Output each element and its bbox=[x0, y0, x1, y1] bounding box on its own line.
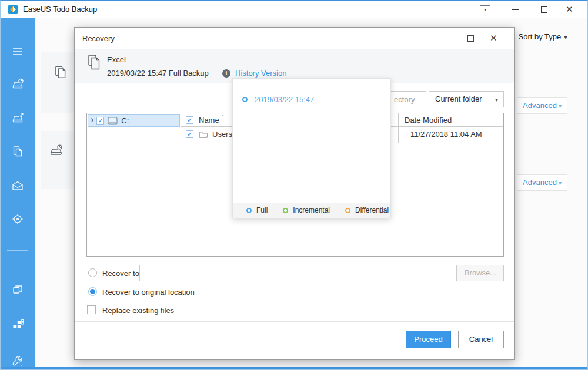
backup-version-text: 2019/03/22 15:47 Full Backup bbox=[107, 69, 209, 78]
date-modified-column-header[interactable]: Date Modified bbox=[405, 116, 452, 125]
disk-backup-icon[interactable] bbox=[11, 77, 25, 91]
recover-to-radio[interactable] bbox=[88, 268, 97, 277]
info-icon: i bbox=[222, 69, 230, 78]
users-row-checkbox[interactable]: ✓ bbox=[186, 130, 193, 138]
tree-node-label: C: bbox=[121, 116, 129, 125]
row-date-cell: 11/27/2018 11:04 AM bbox=[410, 130, 482, 139]
replace-files-label: Replace existing files bbox=[102, 306, 174, 315]
full-backup-dot-icon bbox=[242, 97, 248, 102]
folder-filter-select[interactable]: Current folder ▾ bbox=[429, 91, 504, 107]
name-column-header[interactable]: Name bbox=[199, 116, 219, 125]
proceed-button[interactable]: Proceed bbox=[406, 331, 451, 348]
maximize-icon[interactable] bbox=[541, 6, 547, 13]
settings-wrench-icon[interactable] bbox=[11, 354, 25, 368]
recover-to-label: Recover to bbox=[102, 269, 139, 278]
clone-icon[interactable] bbox=[11, 282, 25, 297]
row-name-cell: Users bbox=[212, 130, 232, 139]
sort-by-type-button[interactable]: ↑Sort by Type▾ bbox=[511, 30, 567, 44]
chevron-down-icon: ▾ bbox=[495, 92, 498, 108]
footer-divider bbox=[75, 321, 514, 322]
dialog-title: Recovery bbox=[82, 28, 115, 49]
select-all-checkbox[interactable]: ✓ bbox=[186, 116, 193, 124]
window-accent-border bbox=[1, 367, 587, 370]
recovery-dialog: Recovery ✕ Excel 2019/03/22 15:47 Full B… bbox=[74, 27, 515, 360]
backup-file-icon bbox=[88, 54, 102, 70]
tree-node-c-drive[interactable]: › ✓ C: bbox=[88, 114, 180, 127]
chevron-down-icon: ▾ bbox=[564, 33, 567, 41]
backup-task-card-file[interactable] bbox=[41, 52, 74, 113]
tools-icon[interactable] bbox=[11, 318, 25, 332]
history-version-popup: 2019/03/22 15:47 Full Incremental Differ… bbox=[232, 78, 391, 218]
menu-icon[interactable] bbox=[11, 45, 25, 59]
sort-by-type-label: Sort by Type bbox=[519, 32, 562, 41]
browse-button[interactable]: Browse... bbox=[457, 265, 504, 281]
history-version-link[interactable]: History Version bbox=[235, 69, 286, 78]
chevron-down-icon: ▾ bbox=[559, 180, 562, 186]
legend-incremental: Incremental bbox=[278, 206, 330, 214]
backup-task-card-disk[interactable] bbox=[41, 131, 74, 189]
chevron-down-icon: ▾ bbox=[559, 103, 562, 109]
replace-files-checkbox[interactable] bbox=[87, 305, 96, 314]
search-placeholder-fragment: ectory bbox=[394, 95, 415, 104]
backup-name: Excel bbox=[107, 55, 126, 64]
original-location-label: Recover to original location bbox=[102, 288, 195, 297]
partition-backup-icon[interactable] bbox=[11, 111, 25, 125]
dialog-titlebar: Recovery ✕ bbox=[75, 28, 514, 49]
easeus-logo-icon bbox=[8, 5, 18, 14]
sidebar bbox=[1, 18, 35, 367]
advanced-button-1[interactable]: Advanced▾ bbox=[517, 97, 567, 114]
sort-indicator-icon: ˆ bbox=[222, 114, 224, 121]
original-location-radio[interactable] bbox=[88, 287, 97, 296]
file-copy-icon bbox=[53, 65, 68, 80]
titlebar-separator bbox=[499, 4, 499, 15]
cancel-button[interactable]: Cancel bbox=[458, 331, 504, 348]
c-drive-checkbox[interactable]: ✓ bbox=[96, 117, 104, 125]
minimize-icon[interactable] bbox=[512, 9, 519, 10]
close-icon[interactable]: ✕ bbox=[566, 3, 573, 16]
legend-full: Full bbox=[242, 206, 268, 214]
titlebar-dropdown-button[interactable]: ▾ bbox=[480, 5, 490, 14]
app-window: EaseUS Todo Backup ▾ ✕ bbox=[0, 0, 588, 370]
mail-backup-icon[interactable] bbox=[11, 179, 25, 193]
history-version-item[interactable]: 2019/03/22 15:47 bbox=[242, 94, 314, 105]
backup-type-legend: Full Incremental Differential bbox=[233, 203, 390, 218]
smart-backup-icon[interactable] bbox=[11, 212, 25, 226]
sidebar-divider bbox=[7, 250, 28, 251]
drive-tree-pane: › ✓ C: bbox=[87, 113, 181, 256]
app-title: EaseUS Todo Backup bbox=[23, 1, 97, 18]
legend-differential: Differential bbox=[340, 206, 389, 214]
disk-task-icon bbox=[49, 143, 64, 158]
incremental-dot-icon bbox=[283, 208, 288, 213]
expand-chevron-icon[interactable]: › bbox=[91, 115, 93, 125]
dialog-maximize-icon[interactable] bbox=[467, 35, 474, 42]
folder-icon bbox=[199, 130, 208, 138]
advanced-button-2[interactable]: Advanced▾ bbox=[517, 174, 567, 191]
full-dot-icon bbox=[246, 208, 252, 213]
app-titlebar: EaseUS Todo Backup ▾ ✕ bbox=[1, 1, 587, 18]
history-version-label: 2019/03/22 15:47 bbox=[255, 95, 314, 104]
recover-path-input[interactable] bbox=[139, 265, 457, 281]
dialog-close-icon[interactable]: ✕ bbox=[490, 32, 497, 45]
drive-icon bbox=[108, 117, 118, 125]
file-backup-icon[interactable] bbox=[11, 144, 25, 159]
differential-dot-icon bbox=[345, 208, 350, 213]
